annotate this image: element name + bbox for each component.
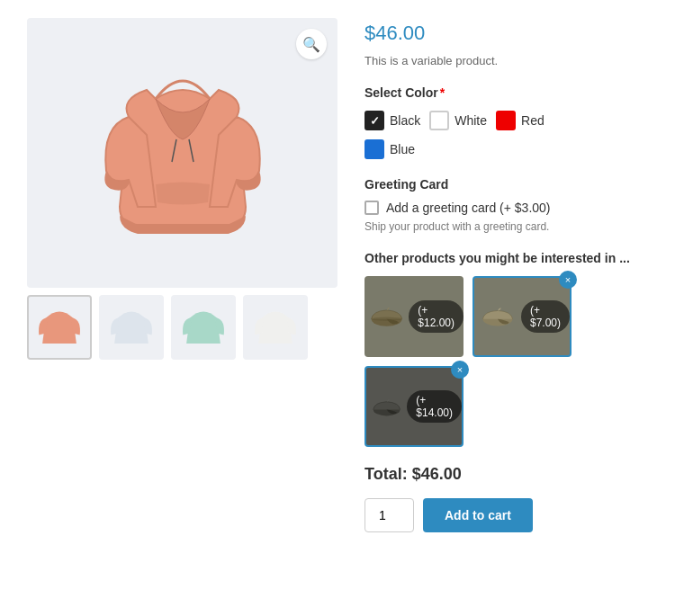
- cart-row: Add to cart: [364, 498, 666, 532]
- greeting-card-row: Add a greeting card (+ $3.00): [364, 201, 666, 215]
- color-checkbox-red[interactable]: [496, 111, 516, 130]
- product-price-badge-3: (+ $14.00): [407, 390, 462, 423]
- other-products-title: Other products you might be interested i…: [364, 251, 666, 265]
- color-section-title: Select Color*: [364, 85, 666, 100]
- product-image-2: [474, 283, 521, 351]
- product-grid: (+ $12.00) × (+ $7.00) ×: [364, 276, 666, 447]
- color-options: ✓ Black White Red Bl: [364, 111, 666, 159]
- add-to-cart-button[interactable]: Add to cart: [423, 498, 533, 532]
- product-page: 🔍: [0, 0, 693, 616]
- total-price: $46.00: [412, 465, 462, 483]
- product-price-badge-2: (+ $7.00): [521, 300, 570, 333]
- remove-product-3[interactable]: ×: [451, 361, 469, 379]
- color-checkbox-black[interactable]: ✓: [364, 111, 384, 130]
- main-product-image: [93, 45, 273, 261]
- checkmark-black: ✓: [370, 114, 380, 128]
- thumbnail-3[interactable]: [171, 295, 236, 360]
- product-description: This is a variable product.: [364, 54, 666, 67]
- product-image-1: [364, 283, 409, 351]
- required-indicator: *: [440, 85, 445, 100]
- product-card-2[interactable]: × (+ $7.00): [472, 276, 572, 357]
- greeting-card-note: Ship your product with a greeting card.: [364, 220, 666, 233]
- greeting-card-checkbox[interactable]: [364, 201, 379, 215]
- product-image-3: [366, 373, 407, 441]
- color-label-blue: Blue: [390, 142, 415, 156]
- product-card-3[interactable]: × (+ $14.00): [364, 366, 464, 447]
- product-card-1[interactable]: (+ $12.00): [364, 276, 464, 357]
- quantity-input[interactable]: [364, 498, 414, 532]
- thumbnail-2[interactable]: [99, 295, 164, 360]
- total-label: Total:: [364, 465, 408, 483]
- thumbnail-row: [27, 295, 338, 360]
- product-price-badge-1: (+ $12.00): [409, 300, 464, 333]
- color-label-red: Red: [521, 113, 544, 128]
- other-products-section: Other products you might be interested i…: [364, 251, 666, 447]
- greeting-card-title: Greeting Card: [364, 177, 666, 192]
- thumbnail-4[interactable]: [243, 295, 308, 360]
- main-image-container: 🔍: [27, 18, 338, 288]
- color-checkbox-white[interactable]: [429, 111, 449, 130]
- zoom-icon[interactable]: 🔍: [296, 29, 327, 59]
- right-column: $46.00 This is a variable product. Selec…: [364, 18, 666, 598]
- product-price: $46.00: [364, 22, 666, 45]
- greeting-card-label[interactable]: Add a greeting card (+ $3.00): [386, 201, 551, 215]
- color-option-white[interactable]: White: [429, 111, 487, 130]
- color-checkbox-blue[interactable]: [364, 139, 384, 159]
- thumbnail-1[interactable]: [27, 295, 92, 360]
- total-row: Total: $46.00: [364, 465, 666, 484]
- remove-product-2[interactable]: ×: [559, 271, 577, 289]
- color-label-white: White: [454, 113, 487, 128]
- left-column: 🔍: [27, 18, 338, 598]
- color-section: Select Color* ✓ Black White: [364, 85, 666, 159]
- color-option-blue[interactable]: Blue: [364, 139, 415, 159]
- color-label-black: Black: [390, 113, 420, 128]
- greeting-card-section: Greeting Card Add a greeting card (+ $3.…: [364, 177, 666, 233]
- color-option-red[interactable]: Red: [496, 111, 544, 130]
- color-option-black[interactable]: ✓ Black: [364, 111, 420, 130]
